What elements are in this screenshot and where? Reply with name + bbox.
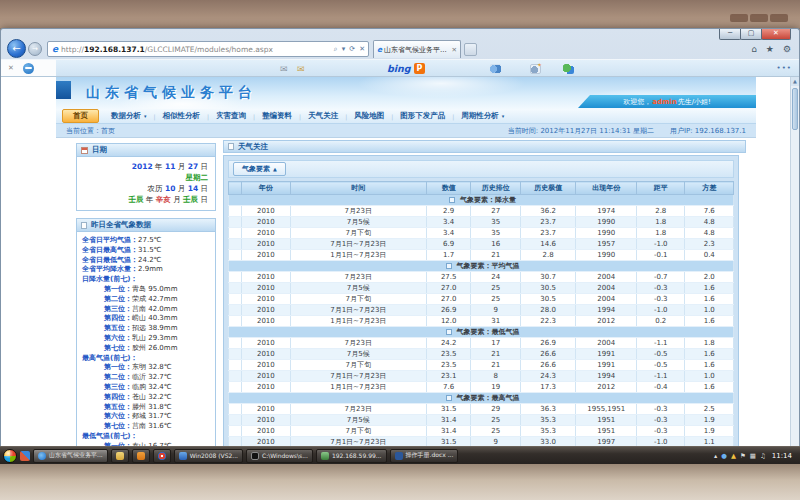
table-cell: 23.5 — [426, 360, 470, 371]
table-cell: 7月23日 — [290, 338, 426, 349]
table-group-row[interactable]: 气象要素：降水量 — [229, 195, 734, 206]
table-cell: 31 — [471, 316, 520, 327]
rank-item: 第六位：郯城 31.7℃ — [82, 412, 210, 422]
browser-tab[interactable]: e 山东省气候业务平... ✕ — [373, 40, 461, 58]
rank-station-value: 崂山 40.3mm — [132, 314, 177, 322]
tray-volume-icon[interactable]: ♫ — [760, 452, 766, 460]
tray-update-icon[interactable]: ● — [721, 452, 727, 460]
table-cell: 23.5 — [426, 349, 470, 360]
nav-item-1[interactable]: 首页 — [62, 109, 99, 123]
addon-circle-icon[interactable] — [23, 63, 34, 74]
taskbar: 山东省气候业务平... Win2008 (VS2...C:\Windows\s.… — [0, 446, 800, 464]
mail-icon[interactable]: ✉ — [280, 64, 288, 74]
tray-network-icon[interactable]: ▦ — [750, 452, 756, 460]
close-addon-bar-icon[interactable]: ✕ — [8, 64, 14, 72]
table-row: 20107月5候27.02530.52004-0.31.6 — [229, 283, 734, 294]
nav-item-3[interactable]: 相似性分析 — [156, 111, 208, 121]
nav-item-2[interactable]: 数据分析▾ — [104, 111, 154, 121]
table-group-label: 气象要素：最高气温 — [457, 394, 520, 402]
element-selector-button[interactable]: 气象要素 ▲ — [233, 162, 286, 176]
document-icon — [81, 222, 87, 229]
scroll-up-arrow-icon[interactable]: ▲ — [791, 77, 799, 86]
table-row: 20107月1日~7月23日23.1824.31994-1.11.0 — [229, 371, 734, 382]
toolbar-addon-icon-1[interactable] — [490, 64, 501, 74]
home-icon[interactable]: ⌂ — [751, 43, 757, 55]
table-cell: 27.0 — [426, 283, 470, 294]
table-group-row[interactable]: 气象要素：最高气温 — [229, 393, 734, 404]
taskbar-button-browser2[interactable] — [153, 449, 171, 463]
nav-item-8[interactable]: 图形下发产品 — [393, 111, 452, 121]
tray-warning-icon[interactable]: ▲ — [731, 452, 736, 460]
yesterday-data-panel: 昨日全省气象数据 全省日平均气温：27.5℃全省日最高气温：31.5℃全省日最低… — [76, 218, 216, 447]
search-icon[interactable]: ⌕ — [334, 45, 338, 53]
start-button[interactable] — [3, 449, 17, 463]
stop-icon[interactable]: ✕ — [359, 45, 365, 53]
table-cell: 7月1日~7月23日 — [290, 239, 426, 250]
toolbar-addon-icon-2[interactable] — [530, 64, 541, 74]
back-button[interactable]: ← — [7, 39, 26, 58]
table-cell: 36.3 — [520, 404, 576, 415]
table-header-cell: 年份 — [242, 182, 290, 195]
refresh-icon[interactable]: ⟳ — [349, 45, 355, 53]
calendar-text: 辛亥 — [156, 195, 171, 204]
nav-item-7[interactable]: 风险地图 — [347, 111, 391, 121]
pinned-app-icon[interactable] — [20, 451, 30, 461]
taskbar-clock[interactable]: 11:14 — [772, 452, 792, 460]
checkbox-icon[interactable] — [446, 263, 452, 269]
table-row: 20107月5候23.52126.61991-0.51.6 — [229, 349, 734, 360]
toolbar-addon-icon-3[interactable] — [563, 64, 574, 74]
element-button-label: 气象要素 — [242, 164, 270, 174]
nav-item-label: 周期性分析 — [461, 111, 499, 121]
browser-scrollbar[interactable]: ▲ — [790, 77, 799, 447]
table-cell: -0.3 — [637, 415, 685, 426]
table-cell-empty — [229, 239, 242, 250]
win2008-icon — [179, 452, 187, 460]
yesterday-panel-title: 昨日全省气象数据 — [91, 220, 151, 230]
media-app-icon — [137, 452, 145, 460]
calendar-text: 年 — [153, 162, 165, 171]
taskbar-button-explorer[interactable] — [111, 449, 129, 463]
table-cell: 2010 — [242, 217, 290, 228]
new-tab-button[interactable] — [464, 43, 477, 56]
table-cell-empty — [229, 283, 242, 294]
taskbar-button-cmd[interactable]: C:\Windows\s... — [246, 449, 313, 463]
more-options-dots-icon[interactable]: ••• — [777, 64, 792, 72]
table-cell: -1.0 — [637, 305, 685, 316]
table-group-row[interactable]: 气象要素：平均气温 — [229, 261, 734, 272]
table-group-row[interactable]: 气象要素：最低气温 — [229, 327, 734, 338]
tray-chevron-up-icon[interactable]: ▴ — [714, 452, 717, 460]
bing-logo[interactable]: bing — [387, 63, 411, 74]
table-cell: 7.6 — [426, 382, 470, 393]
welcome-suffix: 先生/小姐! — [678, 97, 711, 107]
taskbar-button-browser[interactable]: 山东省气候业务平... — [33, 449, 108, 463]
table-cell: 17.3 — [520, 382, 576, 393]
table-cell-empty — [229, 404, 242, 415]
checkbox-icon[interactable] — [446, 395, 452, 401]
stat-value: 2.9mm — [138, 265, 163, 273]
taskbar-button-media[interactable] — [132, 449, 150, 463]
address-bar[interactable]: e http://192.168.137.1/GLCCLIMATE/module… — [47, 41, 369, 57]
checkbox-icon[interactable] — [449, 197, 455, 203]
bing-badge-icon[interactable]: P — [414, 63, 425, 74]
checkbox-icon[interactable] — [446, 329, 452, 335]
taskbar-button-word[interactable]: 操作手册.docx ... — [390, 449, 459, 463]
table-cell: -0.3 — [637, 404, 685, 415]
tab-close-icon[interactable]: ✕ — [452, 46, 457, 54]
tray-action-center-flag-icon[interactable]: ⚑ — [740, 452, 746, 460]
nav-item-4[interactable]: 灾害查询 — [209, 111, 253, 121]
taskbar-button-remote[interactable]: 192.168.59.99... — [316, 449, 387, 463]
mail-icon-2[interactable]: ✉ — [297, 64, 305, 74]
table-header-cell: 历史排位 — [471, 182, 520, 195]
tools-gear-icon[interactable]: ⚙ — [783, 43, 791, 55]
table-group-label: 气象要素：降水量 — [460, 196, 516, 204]
taskbar-button-win2008[interactable]: Win2008 (VS2... — [174, 449, 243, 463]
nav-item-6[interactable]: 天气关注 — [301, 111, 345, 121]
favorites-star-icon[interactable]: ★ — [766, 43, 774, 55]
browser-scrollbar-thumb[interactable] — [792, 88, 798, 130]
nav-item-5[interactable]: 整编资料 — [255, 111, 299, 121]
forward-button[interactable]: → — [28, 42, 42, 56]
table-cell: 2012 — [576, 382, 637, 393]
chevron-down-icon[interactable]: ▾ — [342, 45, 346, 53]
nav-item-9[interactable]: 周期性分析▾ — [454, 111, 511, 121]
table-cell: 1990 — [576, 217, 637, 228]
